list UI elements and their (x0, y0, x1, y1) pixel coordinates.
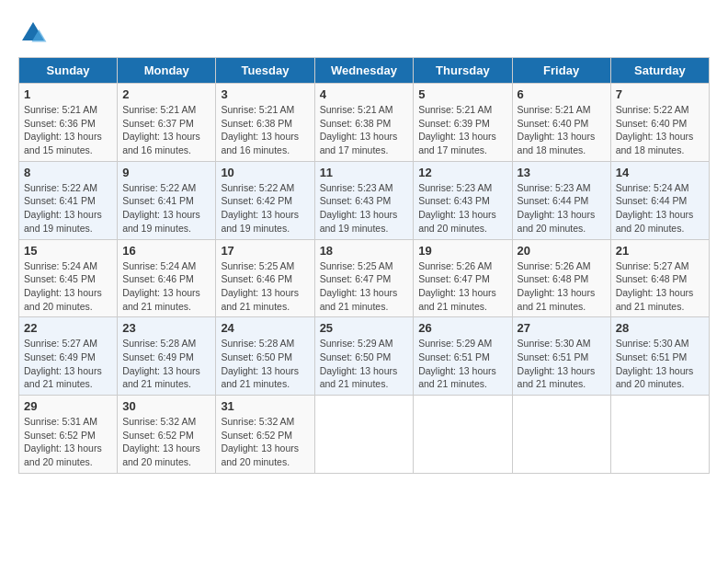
day-number: 27 (518, 321, 606, 335)
calendar-cell: 3Sunrise: 5:21 AM Sunset: 6:38 PM Daylig… (216, 84, 314, 162)
calendar-cell: 23Sunrise: 5:28 AM Sunset: 6:49 PM Dayli… (118, 317, 216, 396)
calendar-cell: 6Sunrise: 5:21 AM Sunset: 6:40 PM Daylig… (512, 84, 610, 162)
day-number: 31 (221, 399, 309, 413)
calendar-cell: 11Sunrise: 5:23 AM Sunset: 6:43 PM Dayli… (314, 161, 414, 239)
day-info: Sunrise: 5:22 AM Sunset: 6:41 PM Dayligh… (24, 181, 112, 236)
day-info: Sunrise: 5:22 AM Sunset: 6:42 PM Dayligh… (221, 181, 309, 236)
calendar-cell: 18Sunrise: 5:25 AM Sunset: 6:47 PM Dayli… (314, 239, 414, 317)
day-number: 30 (122, 399, 210, 413)
day-of-week-header: Friday (512, 58, 610, 84)
day-number: 19 (418, 244, 506, 258)
calendar-cell: 8Sunrise: 5:22 AM Sunset: 6:41 PM Daylig… (19, 161, 118, 239)
calendar-cell: 14Sunrise: 5:24 AM Sunset: 6:44 PM Dayli… (610, 161, 709, 239)
day-info: Sunrise: 5:24 AM Sunset: 6:44 PM Dayligh… (616, 181, 704, 236)
calendar-cell: 31Sunrise: 5:32 AM Sunset: 6:52 PM Dayli… (216, 396, 314, 474)
day-number: 2 (122, 87, 210, 101)
calendar-week-row: 15Sunrise: 5:24 AM Sunset: 6:45 PM Dayli… (19, 239, 710, 317)
day-number: 10 (221, 166, 309, 179)
logo (18, 18, 51, 48)
calendar-cell: 24Sunrise: 5:28 AM Sunset: 6:50 PM Dayli… (216, 317, 314, 396)
day-info: Sunrise: 5:27 AM Sunset: 6:48 PM Dayligh… (616, 259, 704, 314)
calendar-cell: 26Sunrise: 5:29 AM Sunset: 6:51 PM Dayli… (414, 317, 512, 396)
day-info: Sunrise: 5:26 AM Sunset: 6:48 PM Dayligh… (518, 259, 606, 314)
calendar-cell: 4Sunrise: 5:21 AM Sunset: 6:38 PM Daylig… (314, 84, 414, 162)
day-number: 12 (418, 166, 506, 179)
calendar-week-row: 1Sunrise: 5:21 AM Sunset: 6:36 PM Daylig… (19, 84, 710, 162)
day-number: 11 (320, 166, 409, 179)
day-info: Sunrise: 5:29 AM Sunset: 6:50 PM Dayligh… (320, 337, 409, 391)
day-of-week-header: Saturday (610, 58, 709, 84)
day-number: 1 (24, 87, 112, 101)
day-number: 3 (221, 87, 309, 101)
calendar-cell (314, 396, 414, 474)
day-of-week-header: Tuesday (216, 58, 314, 84)
calendar-week-row: 29Sunrise: 5:31 AM Sunset: 6:52 PM Dayli… (19, 396, 710, 474)
day-info: Sunrise: 5:23 AM Sunset: 6:43 PM Dayligh… (418, 181, 506, 236)
day-number: 26 (418, 321, 506, 335)
day-info: Sunrise: 5:21 AM Sunset: 6:36 PM Dayligh… (24, 103, 112, 157)
day-info: Sunrise: 5:32 AM Sunset: 6:52 PM Dayligh… (221, 415, 309, 469)
day-number: 14 (616, 166, 704, 179)
calendar-cell: 21Sunrise: 5:27 AM Sunset: 6:48 PM Dayli… (610, 239, 709, 317)
day-number: 7 (616, 87, 704, 101)
day-info: Sunrise: 5:31 AM Sunset: 6:52 PM Dayligh… (24, 415, 112, 469)
day-number: 23 (122, 321, 210, 335)
day-number: 9 (122, 166, 210, 179)
calendar-cell: 19Sunrise: 5:26 AM Sunset: 6:47 PM Dayli… (414, 239, 512, 317)
day-number: 21 (616, 244, 704, 258)
calendar-cell (414, 396, 512, 474)
calendar-cell: 15Sunrise: 5:24 AM Sunset: 6:45 PM Dayli… (19, 239, 118, 317)
day-of-week-header: Monday (118, 58, 216, 84)
day-of-week-header: Thursday (414, 58, 512, 84)
day-info: Sunrise: 5:25 AM Sunset: 6:46 PM Dayligh… (221, 259, 309, 314)
calendar-cell: 13Sunrise: 5:23 AM Sunset: 6:44 PM Dayli… (512, 161, 610, 239)
day-number: 4 (320, 87, 409, 101)
calendar-cell: 10Sunrise: 5:22 AM Sunset: 6:42 PM Dayli… (216, 161, 314, 239)
day-info: Sunrise: 5:27 AM Sunset: 6:49 PM Dayligh… (24, 337, 112, 391)
calendar-cell: 5Sunrise: 5:21 AM Sunset: 6:39 PM Daylig… (414, 84, 512, 162)
day-number: 15 (24, 244, 112, 258)
calendar-cell: 17Sunrise: 5:25 AM Sunset: 6:46 PM Dayli… (216, 239, 314, 317)
calendar-cell: 25Sunrise: 5:29 AM Sunset: 6:50 PM Dayli… (314, 317, 414, 396)
day-info: Sunrise: 5:25 AM Sunset: 6:47 PM Dayligh… (320, 259, 409, 314)
calendar-cell: 2Sunrise: 5:21 AM Sunset: 6:37 PM Daylig… (118, 84, 216, 162)
calendar-cell: 16Sunrise: 5:24 AM Sunset: 6:46 PM Dayli… (118, 239, 216, 317)
calendar-cell: 12Sunrise: 5:23 AM Sunset: 6:43 PM Dayli… (414, 161, 512, 239)
day-number: 6 (518, 87, 606, 101)
day-number: 5 (418, 87, 506, 101)
day-info: Sunrise: 5:21 AM Sunset: 6:38 PM Dayligh… (221, 103, 309, 157)
day-number: 16 (122, 244, 210, 258)
day-number: 25 (320, 321, 409, 335)
day-info: Sunrise: 5:22 AM Sunset: 6:41 PM Dayligh… (122, 181, 210, 236)
day-info: Sunrise: 5:21 AM Sunset: 6:39 PM Dayligh… (418, 103, 506, 157)
calendar-cell: 7Sunrise: 5:22 AM Sunset: 6:40 PM Daylig… (610, 84, 709, 162)
day-number: 17 (221, 244, 309, 258)
day-number: 20 (518, 244, 606, 258)
day-info: Sunrise: 5:23 AM Sunset: 6:44 PM Dayligh… (518, 181, 606, 236)
day-info: Sunrise: 5:32 AM Sunset: 6:52 PM Dayligh… (122, 415, 210, 469)
day-info: Sunrise: 5:30 AM Sunset: 6:51 PM Dayligh… (518, 337, 606, 391)
logo-icon (18, 18, 48, 48)
day-info: Sunrise: 5:30 AM Sunset: 6:51 PM Dayligh… (616, 337, 704, 391)
day-of-week-header: Sunday (19, 58, 118, 84)
calendar-table: SundayMondayTuesdayWednesdayThursdayFrid… (18, 57, 710, 474)
calendar-cell: 20Sunrise: 5:26 AM Sunset: 6:48 PM Dayli… (512, 239, 610, 317)
calendar-cell: 9Sunrise: 5:22 AM Sunset: 6:41 PM Daylig… (118, 161, 216, 239)
day-info: Sunrise: 5:22 AM Sunset: 6:40 PM Dayligh… (616, 103, 704, 157)
calendar-cell: 27Sunrise: 5:30 AM Sunset: 6:51 PM Dayli… (512, 317, 610, 396)
day-info: Sunrise: 5:24 AM Sunset: 6:46 PM Dayligh… (122, 259, 210, 314)
day-info: Sunrise: 5:23 AM Sunset: 6:43 PM Dayligh… (320, 181, 409, 236)
day-number: 18 (320, 244, 409, 258)
calendar-cell (610, 396, 709, 474)
day-number: 22 (24, 321, 112, 335)
calendar-week-row: 22Sunrise: 5:27 AM Sunset: 6:49 PM Dayli… (19, 317, 710, 396)
day-number: 8 (24, 166, 112, 179)
day-info: Sunrise: 5:21 AM Sunset: 6:37 PM Dayligh… (122, 103, 210, 157)
day-info: Sunrise: 5:21 AM Sunset: 6:38 PM Dayligh… (320, 103, 409, 157)
day-info: Sunrise: 5:24 AM Sunset: 6:45 PM Dayligh… (24, 259, 112, 314)
calendar-cell: 22Sunrise: 5:27 AM Sunset: 6:49 PM Dayli… (19, 317, 118, 396)
day-info: Sunrise: 5:28 AM Sunset: 6:50 PM Dayligh… (221, 337, 309, 391)
calendar-cell: 28Sunrise: 5:30 AM Sunset: 6:51 PM Dayli… (610, 317, 709, 396)
page-header (18, 18, 710, 48)
day-info: Sunrise: 5:29 AM Sunset: 6:51 PM Dayligh… (418, 337, 506, 391)
